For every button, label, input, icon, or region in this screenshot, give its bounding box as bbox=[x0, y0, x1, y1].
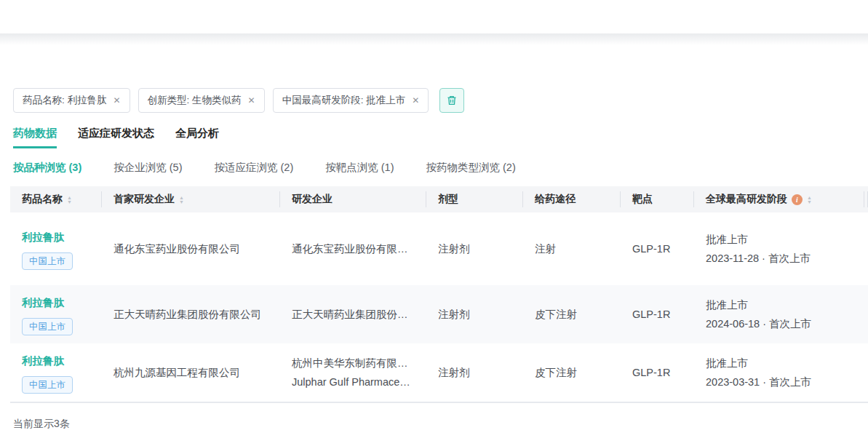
sort-icon[interactable]: ▲▼ bbox=[179, 196, 184, 204]
table-header-row: 药品名称 ▲▼ 首家研发企业 ▲▼ 研发企业 剂型 给药途径 靶点 全球最高研发… bbox=[10, 186, 868, 212]
col-header-first-company[interactable]: 首家研发企业 ▲▼ bbox=[102, 186, 280, 212]
cn-listed-badge: 中国上市 bbox=[22, 318, 73, 336]
subtab-by-company[interactable]: 按企业浏览 (5) bbox=[114, 161, 182, 175]
close-icon[interactable]: ✕ bbox=[114, 96, 121, 105]
subtab-by-target[interactable]: 按靶点浏览 (1) bbox=[325, 161, 394, 175]
header-shadow bbox=[0, 33, 868, 45]
filter-tag-label: 创新类型: 生物类似药 bbox=[148, 94, 242, 107]
col-header-extra bbox=[864, 186, 868, 212]
cell-route: 注射 bbox=[523, 239, 621, 258]
subtab-by-drug-type[interactable]: 按药物类型浏览 (2) bbox=[426, 161, 516, 175]
drug-link[interactable]: 利拉鲁肽 bbox=[22, 293, 64, 312]
drug-link[interactable]: 利拉鲁肽 bbox=[22, 351, 64, 370]
close-icon[interactable]: ✕ bbox=[248, 96, 255, 105]
tab-indication-status[interactable]: 适应症研发状态 bbox=[78, 127, 154, 148]
col-header-rd-company: 研发企业 bbox=[280, 186, 426, 212]
cell-global-stage: 批准上市 2024-06-18 · 首次上市 bbox=[694, 295, 864, 333]
stage-detail: 2024-06-18 · 首次上市 bbox=[706, 314, 864, 333]
clear-filters-button[interactable] bbox=[439, 88, 464, 113]
cell-target: GLP-1R bbox=[621, 363, 694, 382]
table-row[interactable]: 利拉鲁肽 中国上市 正大天晴药业集团股份有限公司 正大天晴药业集团股份… 注射剂… bbox=[10, 285, 868, 343]
stage-detail: 2023-11-28 · 首次上市 bbox=[706, 249, 864, 268]
sort-icon[interactable]: ▲▼ bbox=[807, 196, 812, 204]
cell-rd-company: 正大天晴药业集团股份… bbox=[280, 305, 426, 324]
header-bar bbox=[0, 0, 868, 33]
col-header-dosage-form: 剂型 bbox=[426, 186, 523, 212]
cell-route: 皮下注射 bbox=[523, 305, 621, 324]
result-count-text: 当前显示3条 bbox=[13, 418, 70, 431]
cell-dosage-form: 注射剂 bbox=[426, 239, 523, 258]
stage-name: 批准上市 bbox=[706, 230, 864, 249]
cell-rd-company: 杭州中美华东制药有限… Julphar Gulf Pharmace… bbox=[280, 354, 426, 391]
cell-global-stage: 批准上市 2023-11-28 · 首次上市 bbox=[694, 230, 864, 268]
table-bottom-divider bbox=[10, 402, 868, 403]
cn-listed-badge: 中国上市 bbox=[22, 376, 73, 394]
drug-table: 药品名称 ▲▼ 首家研发企业 ▲▼ 研发企业 剂型 给药途径 靶点 全球最高研发… bbox=[10, 186, 868, 402]
filter-tag-cn-highest-stage[interactable]: 中国最高研发阶段: 批准上市 ✕ bbox=[273, 88, 429, 113]
filter-tag-label: 中国最高研发阶段: 批准上市 bbox=[282, 94, 406, 107]
filter-tag-innovation-type[interactable]: 创新类型: 生物类似药 ✕ bbox=[138, 88, 265, 113]
cell-first-company: 杭州九源基因工程有限公司 bbox=[102, 363, 280, 382]
cell-target: GLP-1R bbox=[621, 305, 694, 324]
cell-dosage-form: 注射剂 bbox=[426, 363, 523, 382]
tab-global-analysis[interactable]: 全局分析 bbox=[175, 127, 219, 148]
close-icon[interactable]: ✕ bbox=[412, 96, 419, 105]
filter-tag-row: 药品名称: 利拉鲁肽 ✕ 创新类型: 生物类似药 ✕ 中国最高研发阶段: 批准上… bbox=[13, 88, 464, 113]
cell-first-company: 正大天晴药业集团股份有限公司 bbox=[102, 305, 280, 324]
cell-drug-name: 利拉鲁肽 中国上市 bbox=[10, 351, 102, 394]
table-row[interactable]: 利拉鲁肽 中国上市 杭州九源基因工程有限公司 杭州中美华东制药有限… Julph… bbox=[10, 343, 868, 402]
cell-global-stage: 批准上市 2023-03-31 · 首次上市 bbox=[694, 354, 864, 391]
cell-route: 皮下注射 bbox=[523, 363, 621, 382]
stage-name: 批准上市 bbox=[706, 354, 864, 373]
cell-target: GLP-1R bbox=[621, 239, 694, 258]
drug-link[interactable]: 利拉鲁肽 bbox=[22, 228, 64, 247]
cell-first-company: 通化东宝药业股份有限公司 bbox=[102, 239, 280, 258]
table-row[interactable]: 利拉鲁肽 中国上市 通化东宝药业股份有限公司 通化东宝药业股份有限… 注射剂 注… bbox=[10, 212, 868, 285]
filter-tag-drug-name[interactable]: 药品名称: 利拉鲁肽 ✕ bbox=[13, 88, 130, 113]
subtab-by-indication[interactable]: 按适应症浏览 (2) bbox=[215, 161, 294, 175]
sort-icon[interactable]: ▲▼ bbox=[67, 196, 72, 204]
view-subtabs: 按品种浏览 (3) 按企业浏览 (5) 按适应症浏览 (2) 按靶点浏览 (1)… bbox=[13, 161, 516, 175]
col-header-route: 给药途径 bbox=[523, 186, 621, 212]
stage-name: 批准上市 bbox=[706, 295, 864, 314]
cn-listed-badge: 中国上市 bbox=[22, 252, 73, 271]
cell-rd-company: 通化东宝药业股份有限… bbox=[280, 239, 426, 258]
col-header-global-stage[interactable]: 全球最高研发阶段 i ▲▼ bbox=[694, 186, 864, 212]
tab-drug-data[interactable]: 药物数据 bbox=[13, 127, 57, 148]
data-nav-tabs: 药物数据 适应症研发状态 全局分析 bbox=[13, 127, 219, 148]
subtab-by-variety[interactable]: 按品种浏览 (3) bbox=[13, 161, 81, 175]
col-header-drug-name[interactable]: 药品名称 ▲▼ bbox=[10, 186, 102, 212]
info-icon[interactable]: i bbox=[792, 194, 803, 205]
col-header-target: 靶点 bbox=[621, 186, 694, 212]
cell-dosage-form: 注射剂 bbox=[426, 305, 523, 324]
cell-drug-name: 利拉鲁肽 中国上市 bbox=[10, 228, 102, 271]
filter-tag-label: 药品名称: 利拉鲁肽 bbox=[23, 94, 107, 107]
trash-icon bbox=[446, 95, 458, 106]
cell-drug-name: 利拉鲁肽 中国上市 bbox=[10, 293, 102, 336]
stage-detail: 2023-03-31 · 首次上市 bbox=[706, 373, 864, 391]
